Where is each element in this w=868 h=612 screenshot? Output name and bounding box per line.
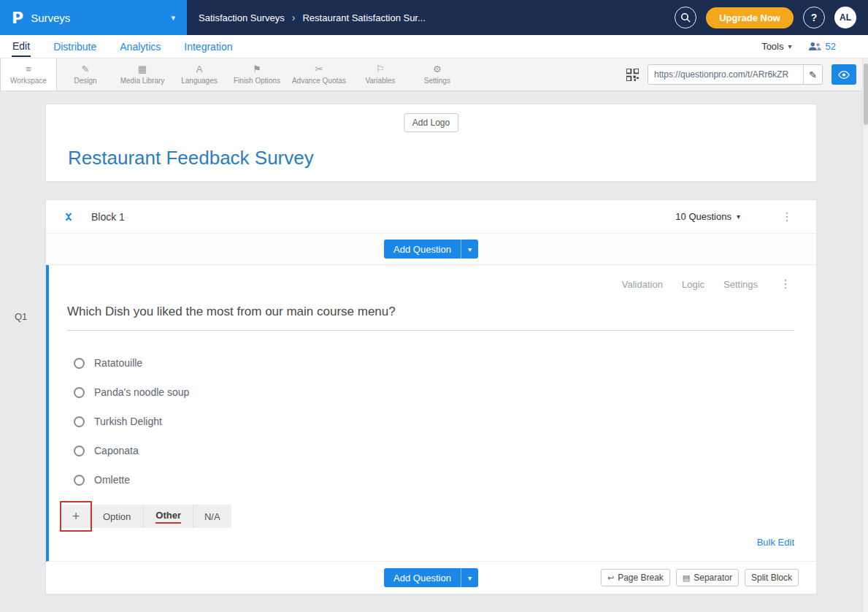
search-button[interactable]: [675, 7, 696, 28]
avatar[interactable]: AL: [834, 7, 856, 28]
main-nav: Edit Distribute Analytics Integration To…: [0, 35, 868, 58]
eye-icon: [837, 70, 850, 80]
radio-button[interactable]: [74, 445, 85, 456]
question-toolbar: Validation Logic Settings ⋮: [67, 277, 794, 291]
question-text[interactable]: Which Dish you liked the most from our m…: [67, 305, 794, 331]
add-option-button[interactable]: Option: [90, 505, 143, 528]
radio-button[interactable]: [74, 358, 85, 369]
chevron-down-icon: ▾: [788, 42, 792, 50]
editor-toolbar: ≡ Workspace ✎ Design ▦ Media Library A L…: [0, 58, 868, 91]
toolbar-item-settings[interactable]: ⚙ Settings: [409, 58, 466, 91]
option-label[interactable]: Ratatouille: [94, 357, 142, 369]
breadcrumb-separator-icon: ›: [292, 12, 296, 23]
add-question-caret-bottom[interactable]: ▾: [461, 568, 478, 587]
question-index: Q1: [15, 311, 27, 322]
toolbar-item-finish-options[interactable]: ⚑ Finish Options: [228, 58, 286, 91]
questionpro-survey-editor: P Surveys ▾ Satisfaction Surveys › Resta…: [0, 0, 868, 612]
question-card: Validation Logic Settings ⋮ Which Dish y…: [46, 265, 816, 562]
add-question-button-bottom[interactable]: Add Question: [384, 568, 461, 587]
survey-header-card: Add Logo Restaurant Feedback Survey: [45, 104, 817, 182]
upgrade-button[interactable]: Upgrade Now: [706, 7, 794, 28]
add-other-option-button[interactable]: Other: [143, 505, 193, 528]
toolbar-item-workspace[interactable]: ≡ Workspace: [0, 58, 57, 91]
product-switcher[interactable]: P Surveys ▾: [0, 0, 187, 35]
option-label[interactable]: Caponata: [94, 445, 139, 456]
add-na-option-button[interactable]: N/A: [193, 505, 231, 528]
bulk-edit-link[interactable]: Bulk Edit: [757, 537, 794, 548]
toolbar-item-languages[interactable]: A Languages: [171, 58, 228, 91]
answer-options-list: Ratatouille Panda's noodle soup Turkish …: [67, 348, 794, 494]
radio-button[interactable]: [74, 416, 85, 427]
radio-button[interactable]: [74, 475, 85, 486]
qr-code-icon: [626, 69, 639, 81]
scrollbar[interactable]: [862, 58, 868, 612]
block-name[interactable]: Block 1: [91, 211, 125, 223]
design-icon: ✎: [82, 64, 90, 74]
separator-button[interactable]: ▤ Separator: [676, 569, 739, 586]
media-library-icon: ▦: [138, 64, 147, 74]
help-button[interactable]: ?: [803, 7, 825, 28]
tab-edit[interactable]: Edit: [12, 37, 31, 57]
topbar: P Surveys ▾ Satisfaction Surveys › Resta…: [0, 0, 868, 35]
toolbar-item-advance-quotas[interactable]: ✂ Advance Quotas: [286, 58, 352, 91]
variables-icon: ⚐: [376, 64, 385, 74]
option-label[interactable]: Omlette: [94, 474, 130, 486]
toolbar-item-media-library[interactable]: ▦ Media Library: [114, 58, 171, 91]
logic-link[interactable]: Logic: [682, 279, 704, 290]
scrollbar-thumb[interactable]: [864, 64, 868, 125]
separator-icon: ▤: [683, 574, 690, 582]
page-break-button[interactable]: ↩ Page Break: [601, 569, 670, 586]
add-question-button-top[interactable]: Add Question: [384, 240, 461, 259]
chevron-down-icon: ▾: [171, 13, 175, 23]
answer-option-row: Caponata: [67, 436, 794, 465]
survey-url-field: ✎: [648, 64, 823, 85]
breadcrumb: Satisfaction Surveys › Restaurant Satisf…: [199, 12, 426, 23]
topbar-actions: Upgrade Now ? AL: [675, 7, 868, 28]
toolbar-item-variables[interactable]: ⚐ Variables: [352, 58, 409, 91]
nav-right: Tools ▾ 52: [761, 41, 856, 52]
block-footer: Add Question ▾ ↩ Page Break ▤ Separator …: [46, 562, 816, 594]
split-block-button[interactable]: Split Block: [745, 569, 799, 586]
settings-gear-icon: ⚙: [433, 64, 442, 74]
validation-link[interactable]: Validation: [622, 279, 663, 290]
survey-title[interactable]: Restaurant Feedback Survey: [68, 147, 314, 169]
option-label[interactable]: Panda's noodle soup: [94, 386, 189, 398]
question-menu-button[interactable]: ⋮: [777, 277, 794, 291]
collaborators-button[interactable]: 52: [808, 41, 836, 52]
collapse-block-icon[interactable]: [65, 210, 72, 223]
workspace-icon: ≡: [26, 64, 31, 74]
languages-icon: A: [196, 64, 203, 74]
answer-option-row: Omlette: [67, 465, 794, 494]
block-menu-button[interactable]: ⋮: [778, 210, 796, 224]
answer-option-row: Turkish Delight: [67, 407, 794, 436]
chevron-down-icon: ▾: [737, 213, 740, 221]
toolbar-item-design[interactable]: ✎ Design: [57, 58, 114, 91]
tab-distribute[interactable]: Distribute: [53, 37, 97, 56]
questions-count-dropdown[interactable]: 10 Questions ▾: [675, 211, 740, 222]
advance-quotas-icon: ✂: [315, 64, 323, 74]
tab-analytics[interactable]: Analytics: [119, 37, 161, 56]
survey-url-input[interactable]: [648, 69, 803, 80]
question-mark-icon: ?: [811, 12, 818, 23]
add-question-caret-top[interactable]: ▾: [461, 240, 478, 259]
add-option-plus-button[interactable]: +: [62, 505, 90, 528]
add-option-controls: + Option Other N/A: [62, 505, 231, 528]
questionpro-logo: P: [12, 9, 23, 27]
tools-label: Tools: [761, 41, 783, 52]
breadcrumb-parent[interactable]: Satisfaction Surveys: [199, 12, 285, 23]
block-header: Block 1 10 Questions ▾ ⋮: [46, 200, 816, 234]
editor-canvas: Q1 Add Logo Restaurant Feedback Survey B…: [0, 92, 862, 612]
tab-integration[interactable]: Integration: [183, 37, 233, 56]
tools-menu[interactable]: Tools ▾: [761, 41, 791, 52]
collaborators-icon: [808, 42, 821, 51]
add-logo-button[interactable]: Add Logo: [404, 113, 458, 132]
radio-button[interactable]: [74, 387, 85, 398]
preview-button[interactable]: [831, 64, 856, 85]
option-label[interactable]: Turkish Delight: [94, 416, 162, 427]
qr-code-button[interactable]: [626, 69, 639, 81]
question-settings-link[interactable]: Settings: [723, 279, 758, 290]
search-icon: [680, 12, 691, 23]
answer-option-row: Panda's noodle soup: [67, 378, 794, 407]
edit-url-button[interactable]: ✎: [803, 65, 822, 84]
page-break-icon: ↩: [607, 574, 614, 582]
